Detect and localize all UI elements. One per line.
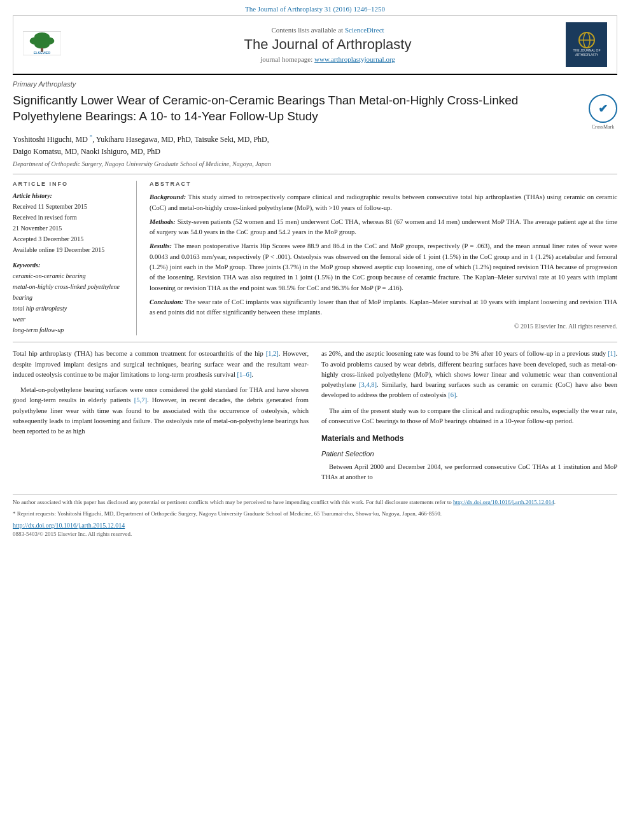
journal-logo-right: THE JOURNAL OF ARTHROPLASTY xyxy=(556,22,607,67)
keyword-item: metal-on-highly cross-linked polyethylen… xyxy=(13,281,127,303)
article-area: Primary Arthroplasty Significantly Lower… xyxy=(13,74,617,335)
ref-link-3[interactable]: [5,7] xyxy=(134,396,147,403)
methods-text: Sixty-seven patients (52 women and 15 me… xyxy=(150,218,617,235)
section-label: Primary Arthroplasty xyxy=(13,75,617,89)
reprint-note: * Reprint requests: Yoshitoshi Higuchi, … xyxy=(13,510,617,519)
journal-header: ELSEVIER Contents lists available at Sci… xyxy=(13,15,617,74)
keyword-item: ceramic-on-ceramic bearing xyxy=(13,270,127,281)
author-names: Yoshitoshi Higuchi, MD xyxy=(13,135,90,144)
body-para3: as 26%, and the aseptic loosening rate w… xyxy=(321,349,617,400)
history-label: Article history: xyxy=(13,192,127,199)
body-area: Total hip arthroplasty (THA) has become … xyxy=(13,342,617,487)
keywords-label: Keywords: xyxy=(13,262,127,269)
body-para2: Metal-on-polyethylene bearing surfaces w… xyxy=(13,385,309,437)
body-para5: Between April 2000 and December 2004, we… xyxy=(321,462,617,483)
abstract-header: ABSTRACT xyxy=(150,181,617,187)
received-revised-label: Received in revised form xyxy=(13,212,127,223)
crossmark-icon: ✔ xyxy=(589,94,617,123)
two-column-layout: ARTICLE INFO Article history: Received 1… xyxy=(13,174,617,335)
abstract-conclusion: Conclusion: The wear rate of CoC implant… xyxy=(150,297,617,318)
ref-link-1[interactable]: [1,2] xyxy=(266,350,279,357)
svg-point-4 xyxy=(34,40,50,48)
body-col-left: Total hip arthroplasty (THA) has become … xyxy=(13,349,309,487)
homepage-link[interactable]: www.arthroplastyjournal.org xyxy=(314,55,395,63)
received-date: Received 11 September 2015 xyxy=(13,201,127,212)
sciencedirect-link[interactable]: ScienceDirect xyxy=(345,26,384,34)
journal-logo-left: ELSEVIER xyxy=(23,31,99,58)
abstract-background: Background: This study aimed to retrospe… xyxy=(150,192,617,213)
top-bar: The Journal of Arthroplasty 31 (2016) 12… xyxy=(0,0,630,15)
affiliation: Department of Orthopedic Surgery, Nagoya… xyxy=(13,159,617,171)
journal-main-title: The Journal of Arthroplasty xyxy=(99,36,556,53)
article-history-section: Article history: Received 11 September 2… xyxy=(13,192,127,255)
keyword-item: total hip arthroplasty xyxy=(13,303,127,314)
keyword-item: wear xyxy=(13,314,127,325)
ref-link-5[interactable]: [3,4,8] xyxy=(359,381,377,388)
ref-link-4[interactable]: [1] xyxy=(608,350,615,357)
body-para1: Total hip arthroplasty (THA) has become … xyxy=(13,349,309,380)
issn-line: 0883-5403/© 2015 Elsevier Inc. All right… xyxy=(13,530,617,539)
background-text: This study aimed to retrospectively comp… xyxy=(150,193,617,211)
background-label: Background: xyxy=(150,193,186,200)
materials-methods-title: Materials and Methods xyxy=(321,433,617,445)
body-para4: The aim of the present study was to comp… xyxy=(321,406,617,427)
patient-selection-subtitle: Patient Selection xyxy=(321,449,617,459)
doi-line: http://dx.doi.org/10.1016/j.arth.2015.12… xyxy=(13,521,617,530)
abstract-results: Results: The mean postoperative Harris H… xyxy=(150,241,617,293)
conclusion-label: Conclusion: xyxy=(150,298,183,305)
article-info-column: ARTICLE INFO Article history: Received 1… xyxy=(13,181,137,335)
abstract-column: ABSTRACT Background: This study aimed to… xyxy=(150,181,617,335)
abstract-text: Background: This study aimed to retrospe… xyxy=(150,192,617,318)
body-two-col: Total hip arthroplasty (THA) has become … xyxy=(13,349,617,487)
body-col-right: as 26%, and the aseptic loosening rate w… xyxy=(321,349,617,487)
article-title: Significantly Lower Wear of Ceramic-on-C… xyxy=(13,89,535,128)
methods-label: Methods: xyxy=(150,218,176,225)
contents-line: Contents lists available at ScienceDirec… xyxy=(99,26,556,34)
results-text: The mean postoperative Harris Hip Scores… xyxy=(150,242,617,291)
doi-link[interactable]: http://dx.doi.org/10.1016/j.arth.2015.12… xyxy=(13,522,125,529)
results-label: Results: xyxy=(150,242,172,249)
arthroplasty-logo: THE JOURNAL OF ARTHROPLASTY xyxy=(566,22,607,67)
abstract-methods: Methods: Sixty-seven patients (52 women … xyxy=(150,217,617,238)
footer-disclosure-link[interactable]: http://dx.doi.org/10.1016/j.arth.2015.12… xyxy=(453,499,554,505)
elsevier-tree-icon: ELSEVIER xyxy=(23,31,61,55)
revised-date: 21 November 2015 xyxy=(13,223,127,234)
article-info-header: ARTICLE INFO xyxy=(13,181,127,187)
ref-link-2[interactable]: [1–6] xyxy=(237,371,252,378)
footer-area: No author associated with this paper has… xyxy=(13,494,617,539)
crossmark-area: ✔ CrossMark xyxy=(589,94,617,130)
accepted-date: Accepted 3 December 2015 xyxy=(13,234,127,244)
available-date: Available online 19 December 2015 xyxy=(13,244,127,255)
footer-note: No author associated with this paper has… xyxy=(13,498,617,507)
ref-link-6[interactable]: [6] xyxy=(448,391,456,398)
keyword-item: long-term follow-up xyxy=(13,325,127,335)
svg-text:THE JOURNAL OF: THE JOURNAL OF xyxy=(573,48,600,52)
journal-reference: The Journal of Arthroplasty 31 (2016) 12… xyxy=(245,5,385,13)
arthroplasty-journal-icon: THE JOURNAL OF ARTHROPLASTY xyxy=(571,29,603,60)
svg-text:ARTHROPLASTY: ARTHROPLASTY xyxy=(575,53,598,57)
keywords-section: Keywords: ceramic-on-ceramic bearingmeta… xyxy=(13,262,127,335)
copyright-line: © 2015 Elsevier Inc. All rights reserved… xyxy=(150,323,617,330)
authors: Yoshitoshi Higuchi, MD *, Yukiharu Haseg… xyxy=(13,130,617,159)
keywords-list: ceramic-on-ceramic bearingmetal-on-highl… xyxy=(13,270,127,335)
svg-text:ELSEVIER: ELSEVIER xyxy=(34,51,51,55)
journal-homepage: journal homepage: www.arthroplastyjourna… xyxy=(99,55,556,63)
journal-center: Contents lists available at ScienceDirec… xyxy=(99,26,556,63)
conclusion-text: The wear rate of CoC implants was signif… xyxy=(150,298,617,316)
